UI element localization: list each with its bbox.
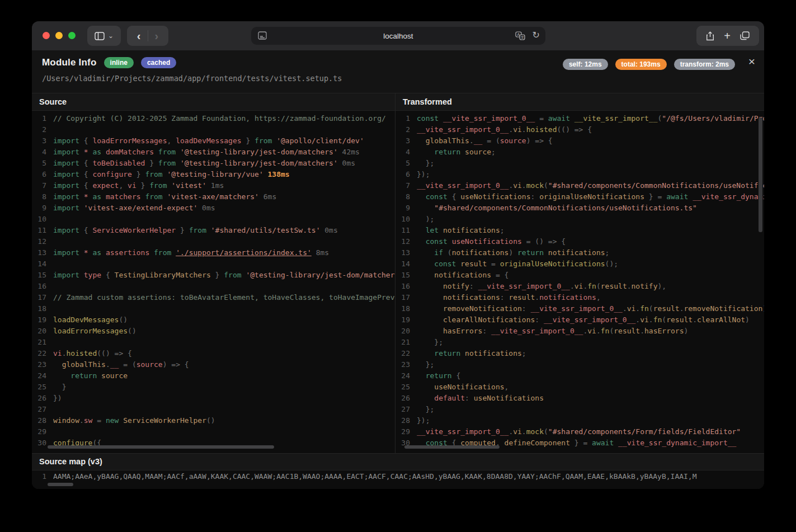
- source-horizontal-scrollbar[interactable]: [48, 445, 274, 449]
- code-line: 2: [32, 124, 395, 135]
- code-line: 1// Copyright (C) 2012-2025 Zammad Found…: [32, 113, 395, 124]
- traffic-light-zoom-button[interactable]: [68, 32, 76, 39]
- code-line: 24 return source: [32, 370, 395, 382]
- code-line: 3 globalThis.__ = (source) => {: [395, 135, 764, 147]
- code-line: 18: [32, 303, 395, 314]
- code-line: 22vi.hoisted(() => {: [32, 348, 395, 359]
- transformed-panel-title: Transformed: [395, 93, 764, 111]
- code-line: 15 notifications = {: [395, 270, 764, 281]
- sourcemap-line: 1 AAMA;AAeA,yBAAG,QAAQ,MAAM;AACf,aAAW,KA…: [32, 470, 764, 483]
- module-file-path: /Users/vladimir/Projects/zammad/app/fron…: [42, 74, 342, 83]
- code-line: 11import { ServiceWorkerHelper } from '#…: [32, 225, 395, 236]
- code-line: 19 clearAllNotifications: __vite_ssr_imp…: [395, 314, 764, 326]
- browser-window: ⌄ ‹ › localhost A 文: [32, 21, 764, 489]
- code-line: 4 return source;: [395, 147, 764, 158]
- sourcemap-title: Source map (v3): [32, 454, 764, 470]
- code-line: 12 const useNotifications = () => {: [395, 236, 764, 247]
- source-panel: Source 1// Copyright (C) 2012-2025 Zamma…: [32, 93, 395, 453]
- translate-icon[interactable]: A 文: [515, 31, 525, 40]
- code-line: 25 useNotifications,: [395, 382, 764, 393]
- total-time-badge: total: 193ms: [615, 59, 667, 70]
- transformed-code[interactable]: 1const __vite_ssr_import_0__ = await __v…: [395, 111, 764, 453]
- code-line: 14 const result = originalUseNotificatio…: [395, 258, 764, 270]
- code-line: 28window.sw = new ServiceWorkerHelper(): [32, 415, 395, 426]
- code-line: 20 hasErrors: __vite_ssr_import_0__.vi.f…: [395, 326, 764, 337]
- code-line: 22 return notifications;: [395, 348, 764, 359]
- code-line: 26}): [32, 393, 395, 404]
- code-line: 11 let notifications;: [395, 225, 764, 236]
- nav-buttons: ‹ ›: [127, 26, 168, 46]
- code-line: 14: [32, 258, 395, 270]
- code-line: 8 const { useNotifications: originalUseN…: [395, 191, 764, 203]
- code-line: 16: [32, 281, 395, 292]
- code-line: 24 return {: [395, 370, 764, 382]
- code-line: 9import 'vitest-axe/extend-expect' 0ms: [32, 203, 395, 214]
- traffic-light-minimize-button[interactable]: [55, 32, 63, 39]
- url-text: localhost: [251, 32, 545, 40]
- code-line: 16 notify: __vite_ssr_import_0__.vi.fn(r…: [395, 281, 764, 292]
- forward-button[interactable]: ›: [148, 26, 166, 46]
- code-panels: Source 1// Copyright (C) 2012-2025 Zamma…: [32, 93, 764, 453]
- tab-overview-button[interactable]: [740, 31, 750, 40]
- code-line: 5 };: [395, 158, 764, 169]
- code-line: 29__vite_ssr_import_0__.vi.mock("#shared…: [395, 426, 764, 437]
- traffic-light-close-button[interactable]: [43, 32, 50, 39]
- code-line: 21: [32, 337, 395, 348]
- self-time-badge: self: 12ms: [563, 59, 608, 70]
- sourcemap-mappings: AAMA;AAeA,yBAAG,QAAQ,MAAM;AACf,aAAW,KAAK…: [53, 470, 697, 483]
- sidebar-icon: [95, 32, 105, 40]
- address-bar[interactable]: localhost A 文 ↻: [251, 27, 545, 45]
- code-line: 28});: [395, 415, 764, 426]
- code-line: 12: [32, 236, 395, 247]
- reload-icon[interactable]: ↻: [533, 30, 540, 40]
- code-line: 21 };: [395, 337, 764, 348]
- transformed-panel: Transformed 1const __vite_ssr_import_0__…: [395, 93, 764, 453]
- code-line: 3import { loadErrorMessages, loadDevMess…: [32, 135, 395, 147]
- browser-titlebar: ⌄ ‹ › localhost A 文: [32, 21, 764, 50]
- transformed-horizontal-scrollbar[interactable]: [404, 445, 500, 449]
- sourcemap-horizontal-scrollbar[interactable]: [48, 483, 73, 486]
- code-line: 23 globalThis.__ = (source) => {: [32, 359, 395, 370]
- code-line: 26 default: useNotifications: [395, 393, 764, 404]
- code-line: 5import { toBeDisabled } from '@testing-…: [32, 158, 395, 169]
- sidebar-toggle-button[interactable]: ⌄: [87, 26, 121, 46]
- code-line: 7__vite_ssr_import_0__.vi.mock("#shared/…: [395, 180, 764, 191]
- code-line: 17// Zammad custom assertions: toBeAvata…: [32, 292, 395, 303]
- code-line: 13 if (notifications) return notificatio…: [395, 247, 764, 258]
- source-code[interactable]: 1// Copyright (C) 2012-2025 Zammad Found…: [32, 111, 395, 453]
- sourcemap-section: Source map (v3) 1 AAMA;AAeA,yBAAG,QAAQ,M…: [32, 453, 764, 489]
- close-icon[interactable]: ×: [748, 55, 755, 67]
- sourcemap-line-number: 1: [32, 470, 46, 483]
- code-line: 19loadDevMessages(): [32, 314, 395, 326]
- code-line: 29: [32, 426, 395, 437]
- code-line: 13import * as assertions from './support…: [32, 247, 395, 258]
- code-line: 6import { configure } from '@testing-lib…: [32, 169, 395, 180]
- code-line: 27 };: [395, 404, 764, 415]
- inline-badge: inline: [104, 57, 134, 68]
- code-line: 20loadErrorMessages(): [32, 326, 395, 337]
- code-line: 18 removeNotification: __vite_ssr_import…: [395, 303, 764, 314]
- back-button[interactable]: ‹: [130, 26, 148, 46]
- code-line: 7import { expect, vi } from 'vitest' 1ms: [32, 180, 395, 191]
- code-line: 15import type { TestingLibraryMatchers }…: [32, 270, 395, 281]
- code-line: 2__vite_ssr_import_0__.vi.hoisted(() => …: [395, 124, 764, 135]
- module-info-header: Module Info inline cached self: 12ms tot…: [32, 50, 764, 93]
- timing-metrics: self: 12ms total: 193ms transform: 2ms: [563, 59, 735, 70]
- code-line: 1const __vite_ssr_import_0__ = await __v…: [395, 113, 764, 124]
- page-title: Module Info: [42, 57, 97, 68]
- source-panel-title: Source: [32, 93, 395, 111]
- code-line: 6});: [395, 169, 764, 180]
- share-button[interactable]: [706, 31, 714, 41]
- transform-time-badge: transform: 2ms: [674, 59, 735, 70]
- code-line: 23 };: [395, 359, 764, 370]
- code-line: 8import * as matchers from 'vitest-axe/m…: [32, 191, 395, 203]
- code-line: 17 notifications: result.notifications,: [395, 292, 764, 303]
- code-line: 10: [32, 214, 395, 225]
- code-line: 10 );: [395, 214, 764, 225]
- code-line: 4import * as domMatchers from '@testing-…: [32, 147, 395, 158]
- code-line: 9 "#shared/components/CommonNotification…: [395, 203, 764, 214]
- code-line: 25 }: [32, 382, 395, 393]
- transformed-vertical-scrollbar[interactable]: [759, 117, 762, 232]
- new-tab-button[interactable]: +: [724, 30, 731, 41]
- svg-text:文: 文: [521, 35, 524, 39]
